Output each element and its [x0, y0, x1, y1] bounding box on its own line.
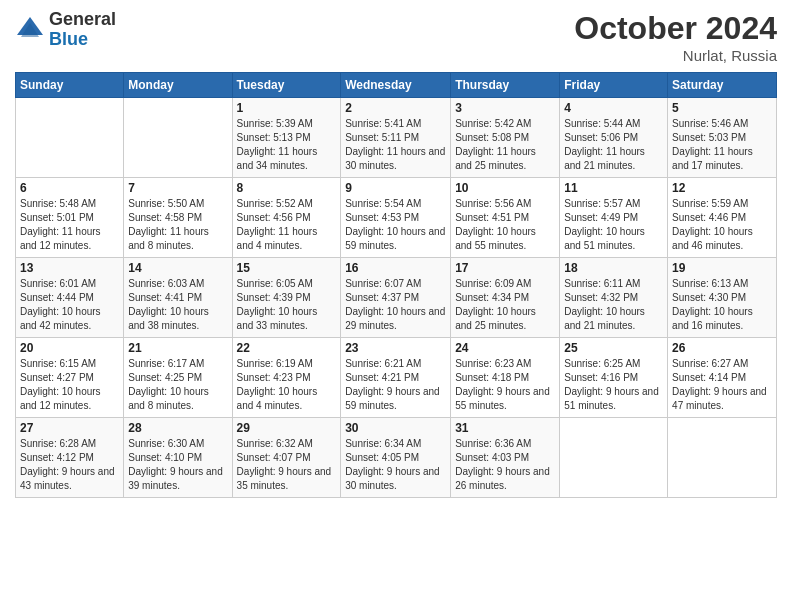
calendar-cell: 19Sunrise: 6:13 AMSunset: 4:30 PMDayligh…: [668, 258, 777, 338]
calendar-cell: 12Sunrise: 5:59 AMSunset: 4:46 PMDayligh…: [668, 178, 777, 258]
day-info: Sunrise: 6:01 AMSunset: 4:44 PMDaylight:…: [20, 277, 119, 333]
calendar-cell: [124, 98, 232, 178]
day-number: 6: [20, 181, 119, 195]
day-info: Sunrise: 6:15 AMSunset: 4:27 PMDaylight:…: [20, 357, 119, 413]
day-number: 4: [564, 101, 663, 115]
calendar-cell: 10Sunrise: 5:56 AMSunset: 4:51 PMDayligh…: [451, 178, 560, 258]
calendar-cell: 23Sunrise: 6:21 AMSunset: 4:21 PMDayligh…: [341, 338, 451, 418]
calendar-cell: 26Sunrise: 6:27 AMSunset: 4:14 PMDayligh…: [668, 338, 777, 418]
col-tuesday: Tuesday: [232, 73, 341, 98]
day-number: 15: [237, 261, 337, 275]
title-block: October 2024 Nurlat, Russia: [574, 10, 777, 64]
calendar-cell: [16, 98, 124, 178]
col-monday: Monday: [124, 73, 232, 98]
day-number: 27: [20, 421, 119, 435]
day-info: Sunrise: 5:48 AMSunset: 5:01 PMDaylight:…: [20, 197, 119, 253]
day-info: Sunrise: 5:57 AMSunset: 4:49 PMDaylight:…: [564, 197, 663, 253]
calendar-week-1: 1Sunrise: 5:39 AMSunset: 5:13 PMDaylight…: [16, 98, 777, 178]
day-info: Sunrise: 6:11 AMSunset: 4:32 PMDaylight:…: [564, 277, 663, 333]
day-number: 28: [128, 421, 227, 435]
calendar-cell: 14Sunrise: 6:03 AMSunset: 4:41 PMDayligh…: [124, 258, 232, 338]
calendar-cell: 25Sunrise: 6:25 AMSunset: 4:16 PMDayligh…: [560, 338, 668, 418]
calendar-body: 1Sunrise: 5:39 AMSunset: 5:13 PMDaylight…: [16, 98, 777, 498]
calendar-cell: 1Sunrise: 5:39 AMSunset: 5:13 PMDaylight…: [232, 98, 341, 178]
calendar-week-4: 20Sunrise: 6:15 AMSunset: 4:27 PMDayligh…: [16, 338, 777, 418]
calendar-cell: 29Sunrise: 6:32 AMSunset: 4:07 PMDayligh…: [232, 418, 341, 498]
day-info: Sunrise: 6:03 AMSunset: 4:41 PMDaylight:…: [128, 277, 227, 333]
day-info: Sunrise: 6:19 AMSunset: 4:23 PMDaylight:…: [237, 357, 337, 413]
day-number: 16: [345, 261, 446, 275]
calendar-cell: 18Sunrise: 6:11 AMSunset: 4:32 PMDayligh…: [560, 258, 668, 338]
calendar-cell: 28Sunrise: 6:30 AMSunset: 4:10 PMDayligh…: [124, 418, 232, 498]
logo-blue: Blue: [49, 30, 116, 50]
day-info: Sunrise: 6:09 AMSunset: 4:34 PMDaylight:…: [455, 277, 555, 333]
calendar-cell: [668, 418, 777, 498]
logo-text: General Blue: [49, 10, 116, 50]
day-info: Sunrise: 6:17 AMSunset: 4:25 PMDaylight:…: [128, 357, 227, 413]
day-info: Sunrise: 5:50 AMSunset: 4:58 PMDaylight:…: [128, 197, 227, 253]
day-info: Sunrise: 5:59 AMSunset: 4:46 PMDaylight:…: [672, 197, 772, 253]
day-number: 22: [237, 341, 337, 355]
day-number: 8: [237, 181, 337, 195]
logo-general: General: [49, 10, 116, 30]
calendar-cell: 31Sunrise: 6:36 AMSunset: 4:03 PMDayligh…: [451, 418, 560, 498]
calendar-cell: 16Sunrise: 6:07 AMSunset: 4:37 PMDayligh…: [341, 258, 451, 338]
calendar-cell: 9Sunrise: 5:54 AMSunset: 4:53 PMDaylight…: [341, 178, 451, 258]
day-info: Sunrise: 5:42 AMSunset: 5:08 PMDaylight:…: [455, 117, 555, 173]
day-info: Sunrise: 6:36 AMSunset: 4:03 PMDaylight:…: [455, 437, 555, 493]
logo: General Blue: [15, 10, 116, 50]
day-info: Sunrise: 6:32 AMSunset: 4:07 PMDaylight:…: [237, 437, 337, 493]
calendar-cell: 4Sunrise: 5:44 AMSunset: 5:06 PMDaylight…: [560, 98, 668, 178]
col-thursday: Thursday: [451, 73, 560, 98]
col-wednesday: Wednesday: [341, 73, 451, 98]
day-number: 31: [455, 421, 555, 435]
day-info: Sunrise: 5:41 AMSunset: 5:11 PMDaylight:…: [345, 117, 446, 173]
day-info: Sunrise: 6:21 AMSunset: 4:21 PMDaylight:…: [345, 357, 446, 413]
main-container: General Blue October 2024 Nurlat, Russia…: [0, 0, 792, 503]
location: Nurlat, Russia: [574, 47, 777, 64]
day-info: Sunrise: 6:05 AMSunset: 4:39 PMDaylight:…: [237, 277, 337, 333]
day-number: 20: [20, 341, 119, 355]
day-number: 23: [345, 341, 446, 355]
header: General Blue October 2024 Nurlat, Russia: [15, 10, 777, 64]
day-number: 30: [345, 421, 446, 435]
calendar-table: Sunday Monday Tuesday Wednesday Thursday…: [15, 72, 777, 498]
day-info: Sunrise: 6:13 AMSunset: 4:30 PMDaylight:…: [672, 277, 772, 333]
day-number: 13: [20, 261, 119, 275]
calendar-cell: 17Sunrise: 6:09 AMSunset: 4:34 PMDayligh…: [451, 258, 560, 338]
day-number: 19: [672, 261, 772, 275]
calendar-cell: 20Sunrise: 6:15 AMSunset: 4:27 PMDayligh…: [16, 338, 124, 418]
day-info: Sunrise: 5:46 AMSunset: 5:03 PMDaylight:…: [672, 117, 772, 173]
calendar-header: Sunday Monday Tuesday Wednesday Thursday…: [16, 73, 777, 98]
calendar-cell: 2Sunrise: 5:41 AMSunset: 5:11 PMDaylight…: [341, 98, 451, 178]
day-info: Sunrise: 6:28 AMSunset: 4:12 PMDaylight:…: [20, 437, 119, 493]
calendar-cell: 7Sunrise: 5:50 AMSunset: 4:58 PMDaylight…: [124, 178, 232, 258]
day-info: Sunrise: 5:44 AMSunset: 5:06 PMDaylight:…: [564, 117, 663, 173]
header-row: Sunday Monday Tuesday Wednesday Thursday…: [16, 73, 777, 98]
day-number: 10: [455, 181, 555, 195]
day-number: 3: [455, 101, 555, 115]
day-number: 7: [128, 181, 227, 195]
calendar-cell: 22Sunrise: 6:19 AMSunset: 4:23 PMDayligh…: [232, 338, 341, 418]
calendar-cell: 24Sunrise: 6:23 AMSunset: 4:18 PMDayligh…: [451, 338, 560, 418]
calendar-cell: 8Sunrise: 5:52 AMSunset: 4:56 PMDaylight…: [232, 178, 341, 258]
col-friday: Friday: [560, 73, 668, 98]
day-number: 9: [345, 181, 446, 195]
day-info: Sunrise: 6:25 AMSunset: 4:16 PMDaylight:…: [564, 357, 663, 413]
calendar-cell: 3Sunrise: 5:42 AMSunset: 5:08 PMDaylight…: [451, 98, 560, 178]
calendar-cell: 5Sunrise: 5:46 AMSunset: 5:03 PMDaylight…: [668, 98, 777, 178]
day-number: 11: [564, 181, 663, 195]
day-number: 1: [237, 101, 337, 115]
day-info: Sunrise: 5:39 AMSunset: 5:13 PMDaylight:…: [237, 117, 337, 173]
day-number: 21: [128, 341, 227, 355]
day-number: 17: [455, 261, 555, 275]
day-info: Sunrise: 6:27 AMSunset: 4:14 PMDaylight:…: [672, 357, 772, 413]
calendar-week-5: 27Sunrise: 6:28 AMSunset: 4:12 PMDayligh…: [16, 418, 777, 498]
calendar-cell: 21Sunrise: 6:17 AMSunset: 4:25 PMDayligh…: [124, 338, 232, 418]
day-number: 12: [672, 181, 772, 195]
col-saturday: Saturday: [668, 73, 777, 98]
day-number: 18: [564, 261, 663, 275]
day-info: Sunrise: 5:54 AMSunset: 4:53 PMDaylight:…: [345, 197, 446, 253]
day-info: Sunrise: 6:23 AMSunset: 4:18 PMDaylight:…: [455, 357, 555, 413]
day-info: Sunrise: 6:34 AMSunset: 4:05 PMDaylight:…: [345, 437, 446, 493]
